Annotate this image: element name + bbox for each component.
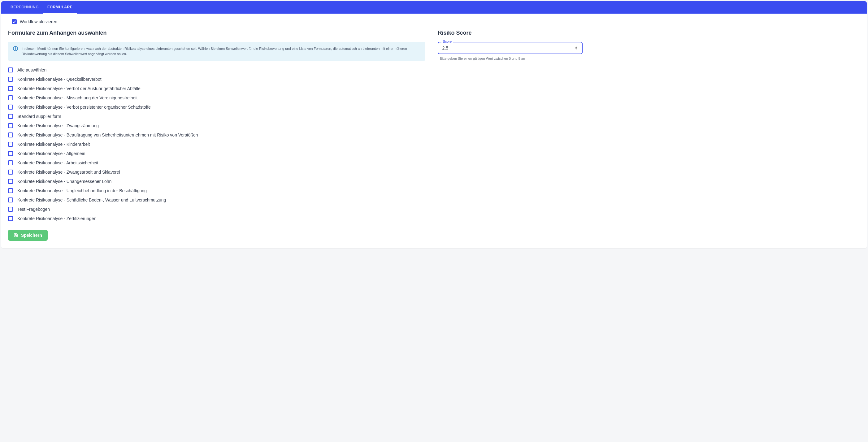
workflow-checkbox[interactable] — [12, 19, 17, 24]
info-icon: i — [13, 46, 18, 51]
form-row[interactable]: Standard supplier form — [8, 114, 425, 119]
form-checkbox[interactable] — [8, 216, 13, 221]
tab-berechnung[interactable]: BERECHNUNG — [6, 1, 43, 13]
form-row[interactable]: Konkrete Risikoanalyse - Beauftragung vo… — [8, 132, 425, 137]
form-label: Standard supplier form — [17, 114, 61, 119]
forms-column: Formulare zum Anhängen auswählen i In di… — [8, 30, 425, 241]
save-icon — [13, 233, 18, 238]
chevron-down-icon[interactable]: ▼ — [575, 48, 577, 50]
score-field[interactable]: Score ▲ ▼ — [438, 42, 583, 54]
save-button[interactable]: Speichern — [8, 230, 48, 241]
workflow-toggle-row: Workflow aktivieren — [12, 19, 860, 24]
form-row[interactable]: Konkrete Risikoanalyse - Zertifizierunge… — [8, 216, 425, 221]
score-legend: Score — [441, 40, 453, 43]
form-checkbox[interactable] — [8, 132, 13, 137]
select-all-label: Alle auswählen — [17, 67, 46, 72]
form-row[interactable]: Konkrete Risikoanalyse - Ungleichbehandl… — [8, 188, 425, 193]
tab-bar: BERECHNUNG FORMULARE — [1, 1, 867, 13]
page-card: BERECHNUNG FORMULARE Workflow aktivieren… — [1, 1, 867, 248]
content-area: Workflow aktivieren Formulare zum Anhäng… — [1, 13, 867, 248]
form-row[interactable]: Test Fragebogen — [8, 207, 425, 212]
form-row[interactable]: Konkrete Risikoanalyse - Verbot persiste… — [8, 105, 425, 109]
form-label: Test Fragebogen — [17, 207, 50, 212]
form-label: Konkrete Risikoanalyse - Kinderarbeit — [17, 142, 90, 147]
columns: Formulare zum Anhängen auswählen i In di… — [8, 30, 860, 241]
form-checkbox[interactable] — [8, 188, 13, 193]
score-column: Risiko Score Score ▲ ▼ Bitte geben Sie e… — [438, 30, 583, 60]
form-row[interactable]: Konkrete Risikoanalyse - Zwangsarbeit un… — [8, 169, 425, 175]
form-list: Alle auswählen Konkrete Risikoanalyse - … — [8, 67, 425, 221]
form-label: Konkrete Risikoanalyse - Allgemein — [17, 151, 85, 156]
form-checkbox[interactable] — [8, 105, 13, 109]
select-all-row[interactable]: Alle auswählen — [8, 67, 425, 72]
form-row[interactable]: Konkrete Risikoanalyse - Arbeitssicherhe… — [8, 160, 425, 165]
forms-title: Formulare zum Anhängen auswählen — [8, 30, 425, 36]
select-all-checkbox[interactable] — [8, 67, 13, 72]
workflow-label: Workflow aktivieren — [20, 19, 57, 24]
form-label: Konkrete Risikoanalyse - Missachtung der… — [17, 95, 137, 100]
form-label: Konkrete Risikoanalyse - Quecksilberverb… — [17, 77, 101, 82]
form-row[interactable]: Konkrete Risikoanalyse - Missachtung der… — [8, 95, 425, 100]
form-checkbox[interactable] — [8, 142, 13, 147]
form-label: Konkrete Risikoanalyse - Zwangsarbeit un… — [17, 169, 120, 175]
form-checkbox[interactable] — [8, 169, 13, 175]
form-row[interactable]: Konkrete Risikoanalyse - Kinderarbeit — [8, 142, 425, 147]
info-text: In diesem Menü können Sie konfigurieren,… — [22, 46, 421, 56]
form-checkbox[interactable] — [8, 86, 13, 91]
form-checkbox[interactable] — [8, 77, 13, 82]
form-label: Konkrete Risikoanalyse - Arbeitssicherhe… — [17, 160, 98, 165]
form-checkbox[interactable] — [8, 197, 13, 202]
form-label: Konkrete Risikoanalyse - Verbot der Ausf… — [17, 86, 141, 91]
form-checkbox[interactable] — [8, 160, 13, 165]
form-checkbox[interactable] — [8, 114, 13, 119]
form-label: Konkrete Risikoanalyse - Schädliche Bode… — [17, 197, 166, 202]
form-checkbox[interactable] — [8, 123, 13, 128]
form-row[interactable]: Konkrete Risikoanalyse - Unangemessener … — [8, 179, 425, 184]
form-label: Konkrete Risikoanalyse - Unangemessener … — [17, 179, 112, 184]
form-checkbox[interactable] — [8, 95, 13, 100]
form-row[interactable]: Konkrete Risikoanalyse - Allgemein — [8, 151, 425, 156]
save-button-label: Speichern — [21, 233, 42, 238]
score-input[interactable] — [442, 45, 574, 51]
form-label: Konkrete Risikoanalyse - Ungleichbehandl… — [17, 188, 147, 193]
form-label: Konkrete Risikoanalyse - Verbot persiste… — [17, 105, 151, 109]
form-label: Konkrete Risikoanalyse - Beauftragung vo… — [17, 132, 198, 137]
form-label: Konkrete Risikoanalyse - Zwangsräumung — [17, 123, 99, 128]
form-checkbox[interactable] — [8, 179, 13, 184]
info-banner: i In diesem Menü können Sie konfiguriere… — [8, 42, 425, 61]
form-checkbox[interactable] — [8, 151, 13, 156]
form-checkbox[interactable] — [8, 207, 13, 212]
score-help-text: Bitte geben Sie einen gültigen Wert zwis… — [438, 57, 583, 60]
save-row: Speichern — [8, 230, 425, 241]
form-row[interactable]: Konkrete Risikoanalyse - Verbot der Ausf… — [8, 86, 425, 91]
form-row[interactable]: Konkrete Risikoanalyse - Zwangsräumung — [8, 123, 425, 128]
form-row[interactable]: Konkrete Risikoanalyse - Quecksilberverb… — [8, 77, 425, 82]
form-label: Konkrete Risikoanalyse - Zertifizierunge… — [17, 216, 96, 221]
score-stepper[interactable]: ▲ ▼ — [574, 46, 578, 50]
score-title: Risiko Score — [438, 30, 583, 36]
form-row[interactable]: Konkrete Risikoanalyse - Schädliche Bode… — [8, 197, 425, 202]
tab-formulare[interactable]: FORMULARE — [43, 1, 77, 13]
